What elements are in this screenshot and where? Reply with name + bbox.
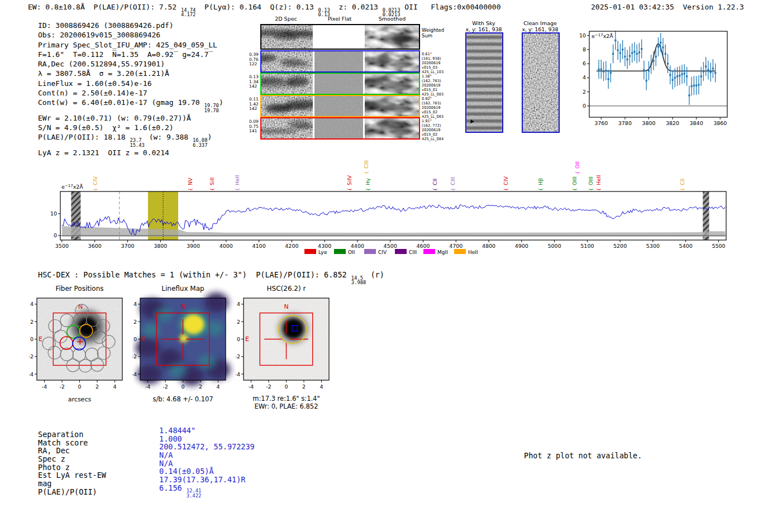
spec2d-row-annotations: 1.91"(162, 772)20200619v015_02425_LL_084	[422, 119, 445, 141]
svg-text:3800: 3800	[642, 120, 655, 126]
image-panel-dark	[261, 25, 313, 49]
spec2d-row-left-labels: 0.131.34142	[249, 75, 260, 89]
legend-swatch	[395, 249, 407, 254]
east-label: E	[39, 336, 42, 343]
svg-text:4: 4	[320, 384, 323, 390]
svg-text:-4: -4	[249, 384, 254, 390]
spec2d-row-left-labels: 0.390.76122	[249, 52, 260, 67]
stacked-fraction: 23.715.43	[130, 138, 144, 148]
svg-text:{: {	[432, 188, 438, 191]
svg-text:-2: -2	[132, 353, 137, 360]
svg-text:{: {	[93, 188, 98, 191]
spec2d-row-annotations: 0.61"(161, 938)20200619v015_03425_LL_103	[422, 52, 445, 74]
svg-text:0: 0	[237, 336, 240, 342]
svg-text:OIII: OIII	[571, 176, 578, 185]
spec2d-col-header: 2D Spec	[275, 16, 297, 22]
stacked-fraction: 16.086.337	[193, 138, 207, 148]
svg-text:HeII: HeII	[595, 175, 602, 185]
svg-text:0: 0	[30, 336, 34, 342]
image-panel-smooth	[365, 96, 419, 116]
svg-text:{: {	[575, 171, 580, 174]
header-datetime: 2025-01-01 03:42:35 Version 1.22.3	[591, 3, 744, 11]
match-table-label: Photo z	[38, 463, 159, 472]
svg-text:4: 4	[133, 301, 137, 307]
legend-swatch	[423, 249, 435, 254]
svg-text:5000: 5000	[548, 243, 561, 249]
match-table-value: 200.512472, 55.972239	[159, 442, 255, 451]
cutout-title: Lineflux Map	[161, 285, 204, 293]
svg-text:MgII: MgII	[437, 250, 448, 255]
stacked-fraction: 19.7019.70	[204, 103, 218, 113]
svg-text:{: {	[347, 188, 352, 191]
svg-text:CIV: CIV	[378, 250, 387, 255]
svg-text:Lyα: Lyα	[318, 250, 327, 255]
lineflux-map-cutout: -4-4-2-2002244Lineflux MapNEs/b: 4.68 +/…	[132, 282, 236, 406]
svg-text:5400: 5400	[679, 243, 693, 249]
match-table-value: N/A	[159, 450, 173, 459]
svg-text:HeII: HeII	[234, 175, 240, 185]
svg-text:-2: -2	[236, 353, 240, 360]
svg-text:4: 4	[30, 301, 34, 307]
svg-text:{: {	[209, 188, 215, 191]
north-label: N	[180, 303, 185, 310]
svg-text:Hβ: Hβ	[537, 178, 543, 185]
match-table-value: 6.156 12.413.422	[159, 483, 201, 492]
spec2d-row: 0.131.341421.36"(162, 763)20200619v015_0…	[260, 73, 420, 95]
svg-text:4: 4	[113, 384, 116, 390]
cutout-title: Fiber Positions	[55, 285, 103, 293]
elixer-report-page: EW: 0.8±10.8Å P(LAE)/P(OII): 7.52 14.744…	[0, 0, 782, 532]
svg-text:-4: -4	[236, 371, 240, 377]
weighted-sum-label: WeightedSum	[422, 27, 444, 39]
svg-text:4: 4	[237, 301, 240, 307]
east-label: E	[245, 336, 249, 343]
spec2d-row: 0.090.751411.91"(162, 772)20200619v015_0…	[260, 117, 420, 140]
svg-text:{: {	[588, 188, 594, 191]
svg-text:OIII: OIII	[588, 176, 594, 185]
image-panel-sky	[466, 33, 502, 132]
svg-text:2: 2	[237, 319, 240, 325]
sky-panel-title: Clean Image x, y: 161, 938	[522, 20, 558, 32]
svg-text:{: {	[596, 188, 602, 191]
svg-text:4300: 4300	[318, 243, 331, 249]
cutout-caption-2: EWr: 0, PLAE: 6.852	[255, 402, 318, 410]
svg-text:CIII: CIII	[409, 250, 417, 255]
report-date: 2025-01-01 03:42:35	[591, 3, 674, 11]
match-table-row: Spec zN/A	[38, 454, 255, 463]
svg-text:CIV: CIV	[503, 176, 509, 185]
svg-text:4: 4	[583, 74, 586, 80]
east-label: E	[142, 336, 146, 343]
spec2d-row: WeightedSum	[260, 24, 420, 50]
svg-text:-4: -4	[29, 371, 34, 377]
image-panel-clean	[523, 33, 559, 132]
svg-text:0: 0	[284, 384, 288, 390]
legend-swatch	[364, 249, 376, 254]
cutout-caption-1: m:17.3 re:1.6" s:1.4"	[252, 395, 320, 402]
spec2d-col-header: Smoothed	[379, 16, 406, 22]
svg-text:0: 0	[133, 336, 137, 342]
match-table-row: P(LAE)/P(OII)6.156 12.413.422	[38, 487, 255, 496]
svg-text:-4: -4	[132, 371, 137, 377]
north-label: N	[284, 303, 288, 310]
svg-text:3600: 3600	[88, 243, 102, 249]
svg-text:{: {	[235, 188, 240, 191]
svg-text:6: 6	[583, 60, 586, 66]
match-table-value: 1.48444"	[159, 426, 196, 435]
svg-text:0: 0	[78, 384, 81, 390]
image-panel-flat	[314, 74, 363, 94]
svg-text:3840: 3840	[690, 120, 703, 126]
svg-text:2: 2	[583, 89, 586, 95]
spec2d-row-annotations: 0.92"(162, 763)20200619v015_02425_LL_083	[422, 97, 445, 119]
match-table-label: RA, Dec	[38, 446, 159, 455]
svg-text:3800: 3800	[154, 243, 167, 249]
legend-swatch	[454, 249, 466, 254]
svg-text:3820: 3820	[666, 120, 679, 126]
svg-text:SiIV: SiIV	[346, 175, 352, 185]
match-table-label: Spec z	[38, 454, 159, 463]
info-line: EWr = 2.10(±0.71) (w: 0.79(±0.27))Å	[38, 113, 223, 123]
sky-panel-image	[465, 32, 503, 133]
info-line: Primary Spec_Slot_IFU_AMP: 425_049_059_L…	[38, 40, 223, 50]
info-line: S/N = 4.9(±0.5) χ² = 1.6(±0.2)	[38, 123, 223, 132]
image-panel-flat	[314, 118, 363, 138]
svg-text:3780: 3780	[618, 120, 632, 126]
spec2d-row: 0.111.421420.92"(162, 763)20200619v015_0…	[260, 95, 420, 117]
